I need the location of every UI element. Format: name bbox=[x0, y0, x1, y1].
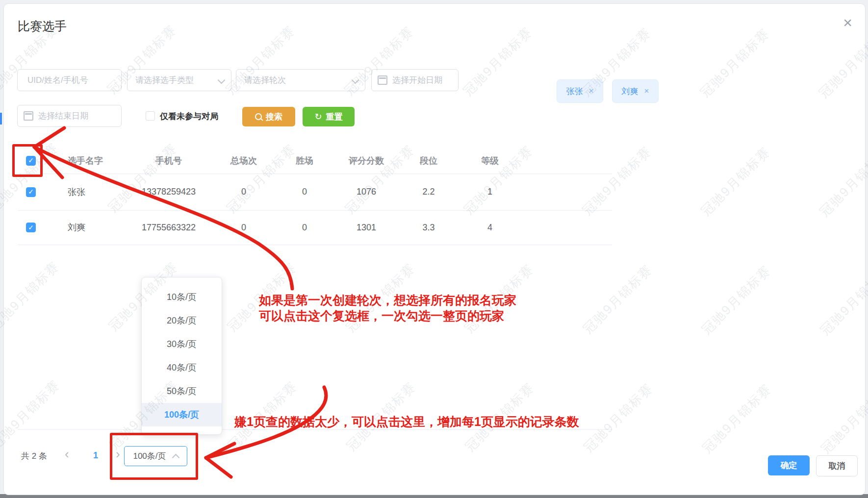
players-modal: 比赛选手 × UID/姓名/手机号 请选择选手类型 请选择轮次 选择开始日期 选… bbox=[3, 3, 866, 495]
cell-phone: 13378259423 bbox=[120, 187, 218, 197]
search-icon bbox=[255, 113, 262, 120]
search-button-label: 搜索 bbox=[266, 111, 282, 123]
column-header: 胜场 bbox=[280, 155, 329, 167]
keyword-input[interactable]: UID/姓名/手机号 bbox=[17, 69, 122, 91]
page-size-option[interactable]: 20条/页 bbox=[142, 309, 222, 332]
chevron-up-icon bbox=[172, 454, 179, 462]
cell-wins: 0 bbox=[280, 187, 329, 197]
table-header-row: ✓ 选手名字 手机号 总场次 胜场 评分分数 段位 等级 bbox=[18, 148, 612, 174]
page-size-option[interactable]: 40条/页 bbox=[142, 356, 222, 379]
chevron-down-icon bbox=[352, 76, 359, 84]
refresh-icon: ↻ bbox=[314, 112, 322, 121]
cell-score: 1076 bbox=[332, 187, 401, 197]
page-size-dropdown-panel: 10条/页 20条/页 30条/页 40条/页 50条/页 100条/页 bbox=[141, 277, 222, 435]
next-page-icon[interactable]: › bbox=[116, 448, 120, 460]
calendar-icon bbox=[24, 111, 33, 121]
player-type-select[interactable]: 请选择选手类型 bbox=[127, 69, 231, 91]
prev-page-icon[interactable]: ‹ bbox=[65, 448, 69, 460]
cell-score: 1301 bbox=[332, 223, 401, 233]
table-divider bbox=[18, 245, 612, 245]
page-size-option-selected[interactable]: 100条/页 bbox=[142, 403, 222, 426]
tag-close-icon[interactable]: × bbox=[589, 86, 594, 96]
page-size-option[interactable]: 30条/页 bbox=[142, 332, 222, 356]
table-bottom-border bbox=[18, 429, 612, 430]
cell-wins: 0 bbox=[280, 223, 329, 233]
cell-total-games: 0 bbox=[219, 223, 268, 233]
tag-label: 张张 bbox=[566, 86, 583, 97]
start-date-picker[interactable]: 选择开始日期 bbox=[371, 69, 459, 91]
row-checkbox[interactable]: ✓ bbox=[26, 187, 36, 197]
chevron-down-icon bbox=[218, 76, 226, 84]
cell-dan: 3.3 bbox=[399, 223, 458, 233]
table-row[interactable]: ✓ 张张 13378259423 0 0 1076 2.2 1 bbox=[18, 174, 612, 210]
cell-dan: 2.2 bbox=[399, 187, 458, 197]
close-icon[interactable]: × bbox=[843, 15, 852, 30]
player-type-placeholder: 请选择选手类型 bbox=[135, 75, 194, 86]
column-header: 等级 bbox=[465, 155, 514, 167]
modal-title: 比赛选手 bbox=[18, 18, 67, 34]
page-number[interactable]: 1 bbox=[93, 450, 98, 461]
page-size-value: 100条/页 bbox=[133, 450, 166, 462]
end-date-placeholder: 选择结束日期 bbox=[38, 110, 88, 122]
column-header: 手机号 bbox=[120, 155, 218, 167]
confirm-button-label: 确定 bbox=[781, 460, 797, 471]
cell-total-games: 0 bbox=[219, 187, 268, 197]
cancel-button-label: 取消 bbox=[829, 460, 845, 472]
calendar-icon bbox=[378, 75, 387, 85]
search-button[interactable]: 搜索 bbox=[242, 107, 295, 126]
round-select[interactable]: 请选择轮次 bbox=[236, 69, 365, 91]
start-date-placeholder: 选择开始日期 bbox=[392, 75, 442, 86]
round-placeholder: 请选择轮次 bbox=[244, 75, 286, 86]
selected-tag: 刘爽 × bbox=[612, 79, 659, 103]
reset-button-label: 重置 bbox=[326, 111, 343, 123]
column-header: 评分分数 bbox=[332, 155, 401, 167]
cell-level: 4 bbox=[465, 223, 514, 233]
end-date-picker[interactable]: 选择结束日期 bbox=[17, 105, 122, 127]
tag-close-icon[interactable]: × bbox=[644, 86, 649, 96]
keyword-placeholder: UID/姓名/手机号 bbox=[27, 75, 88, 86]
tag-label: 刘爽 bbox=[622, 86, 638, 97]
selected-tag: 张张 × bbox=[557, 79, 603, 103]
cell-level: 1 bbox=[465, 187, 514, 197]
table-row[interactable]: ✓ 刘爽 17755663322 0 0 1301 3.3 4 bbox=[18, 210, 612, 245]
only-unplayed-checkbox[interactable] bbox=[146, 111, 155, 121]
column-header: 段位 bbox=[399, 155, 458, 167]
page-left-accent bbox=[0, 113, 2, 124]
confirm-button[interactable]: 确定 bbox=[768, 455, 810, 475]
page-size-option[interactable]: 50条/页 bbox=[142, 379, 222, 403]
only-unplayed-label: 仅看未参与对局 bbox=[160, 111, 218, 122]
cancel-button[interactable]: 取消 bbox=[816, 455, 858, 476]
cell-phone: 17755663322 bbox=[120, 223, 218, 233]
reset-button[interactable]: ↻ 重置 bbox=[303, 107, 355, 126]
pagination-total: 共 2 条 bbox=[21, 450, 47, 462]
select-all-checkbox[interactable]: ✓ bbox=[26, 156, 36, 166]
column-header: 总场次 bbox=[219, 155, 268, 167]
page-size-option[interactable]: 10条/页 bbox=[142, 285, 222, 309]
page-size-select[interactable]: 100条/页 bbox=[124, 446, 187, 466]
row-checkbox[interactable]: ✓ bbox=[26, 223, 36, 232]
